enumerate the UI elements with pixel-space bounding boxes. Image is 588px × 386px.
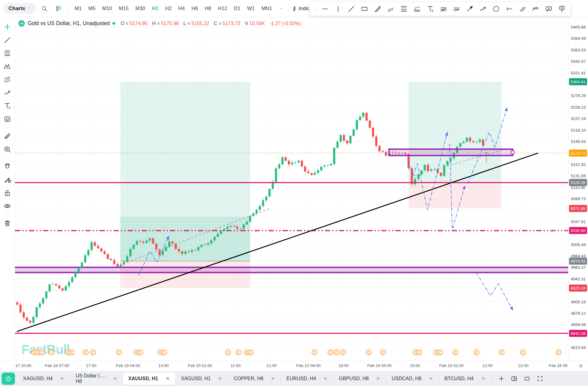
time-tick-label: 17:00 [74, 363, 108, 368]
chart-tab-eurusd[interactable]: EURUSD, H4✕ [281, 373, 334, 385]
horizontal-line-tool-button[interactable] [318, 3, 331, 15]
candle-up [359, 115, 361, 121]
price-chart-canvas[interactable]: CCCCCCCCCCCCCCCCCCCCCCCCCCCCCCCC [15, 17, 568, 361]
charts-menu-button[interactable]: Charts [4, 3, 36, 14]
crosshair-plus-tool-button[interactable] [1, 20, 13, 33]
tab-close-button[interactable]: ✕ [164, 375, 171, 382]
price-tick-label: 5195.04 [571, 139, 586, 144]
news-event-glyph: C [85, 350, 87, 354]
tab-close-button[interactable]: ✕ [375, 375, 382, 382]
candle-up [36, 307, 38, 319]
symbol-title[interactable]: Gold vs US Dollar, H1, Unadjusted [28, 20, 110, 27]
rectangle-tool-button[interactable] [358, 3, 371, 15]
brush-tool-button[interactable] [371, 3, 384, 15]
timeframe-button-h6[interactable]: H6 [189, 4, 201, 13]
elliott-wave-tool-button[interactable] [529, 3, 542, 15]
tab-close-button[interactable]: ✕ [111, 375, 119, 382]
price-axis[interactable]: 5405.665384.595363.535342.475321.415279.… [568, 17, 588, 361]
text-tool-tool-button[interactable] [1, 99, 13, 112]
new-chart-button[interactable] [496, 373, 507, 384]
parallel-lines-icon [518, 5, 526, 13]
arrow-marker-tool-button[interactable] [463, 3, 476, 15]
timeframe-button-h4[interactable]: H4 [175, 4, 187, 13]
ruler-tool-button[interactable] [1, 129, 13, 143]
timeframe-button-d1[interactable]: D1 [231, 4, 243, 13]
timeframe-button-m15[interactable]: M15 [116, 4, 131, 13]
chart-tab-usdcad[interactable]: USDCAD, H8✕ [386, 373, 439, 385]
charts-menu-label: Charts [9, 6, 25, 12]
search-button[interactable] [39, 3, 50, 14]
news-event-glyph: C [557, 350, 560, 354]
chart-tab-xauusd[interactable]: XAUUSD, H1✕ [123, 373, 175, 385]
chart-tab-xagusd[interactable]: XAGUSD, H4✕ [17, 373, 70, 385]
tab-close-button[interactable]: ✕ [427, 375, 434, 382]
parallel-channel-tool-button[interactable] [1, 73, 13, 86]
chart-tab-gbpusd[interactable]: GBPUSD, H8✕ [334, 373, 386, 385]
pattern-lines-tool-button[interactable] [437, 3, 450, 15]
zoom-in-tool-button[interactable] [1, 143, 13, 156]
timeframe-button-m30[interactable]: M30 [133, 4, 148, 13]
chart-tab-copper[interactable]: COPPER, H6✕ [228, 373, 281, 385]
chart-tab-us-dollar-i-[interactable]: US Dollar I... , H8✕ [70, 373, 123, 385]
fib-curve-tool-button[interactable] [410, 3, 424, 15]
fullscreen-button[interactable] [534, 373, 545, 384]
chart-tab-xagusd[interactable]: XAGUSD, H1✕ [175, 373, 228, 385]
text-tool-tool-button[interactable] [424, 3, 437, 15]
timeframe-button-m1[interactable]: M1 [72, 4, 85, 13]
price-label-tool-button[interactable]: $ [542, 3, 555, 15]
layout-split-button[interactable] [509, 373, 520, 384]
parallel-dashed-tool-button[interactable] [384, 3, 397, 15]
brush-lock-tool-button[interactable] [1, 173, 13, 186]
time-tick-label: 17 20:00 [6, 363, 40, 368]
ohlc-readout: O =5174.95 H =5175.96 L =5155.22 C =5173… [120, 21, 301, 26]
horizontal-ray-tool-button[interactable] [503, 3, 516, 15]
timeframe-button-mn1[interactable]: MN1 [259, 4, 275, 13]
price-note-tool-button[interactable]: $ [555, 3, 568, 15]
tab-close-button[interactable]: ✕ [322, 375, 329, 382]
emoji-tool-button[interactable] [1, 112, 13, 126]
drawing-tools-sidebar [0, 17, 15, 361]
chart-type-button[interactable] [53, 3, 64, 14]
news-event-glyph: C [522, 350, 524, 354]
tab-close-button[interactable]: ✕ [480, 375, 487, 382]
candle-down [107, 254, 109, 260]
timeframe-button-h2[interactable]: H2 [162, 4, 174, 13]
tab-close-button[interactable]: ✕ [269, 375, 276, 382]
news-event-glyph: C [475, 350, 478, 354]
news-event-glyph: C [118, 350, 120, 354]
vertical-line-tool-button[interactable] [331, 3, 345, 15]
xabcd-pattern-tool-button[interactable] [1, 60, 13, 73]
toolbar-drag-handle[interactable] [312, 3, 318, 15]
fib-retracement-tool-button[interactable] [1, 47, 13, 60]
timeframe-button-m10[interactable]: M10 [100, 4, 115, 13]
timeframe-button-h8[interactable]: H8 [202, 4, 214, 13]
timeframe-button-w1[interactable]: W1 [244, 4, 258, 13]
timeframe-button-h1[interactable]: H1 [149, 4, 161, 13]
trend-line-icon [347, 5, 355, 13]
zigzag-arrow-icon [3, 89, 11, 97]
tab-close-button[interactable]: ✕ [217, 375, 224, 382]
axis-settings-button[interactable] [578, 363, 584, 370]
timeframe-button-m5[interactable]: M5 [86, 4, 98, 13]
favorites-button[interactable] [2, 373, 15, 385]
pattern-slope-tool-button[interactable] [450, 3, 463, 15]
trend-line-tool-button[interactable] [345, 3, 358, 15]
fib-retracement-tool-button[interactable] [397, 3, 410, 15]
eye-tool-button[interactable] [1, 199, 13, 212]
candlestick-icon [55, 5, 62, 12]
ellipse-tool-button[interactable] [489, 3, 503, 15]
timeframe-button-h12[interactable]: H12 [215, 4, 230, 13]
trash-tool-button[interactable] [1, 216, 13, 230]
time-axis[interactable]: 17 20:00Feb 18 07:0017:00Feb 19 04:0014:… [0, 361, 588, 371]
magnet-tool-button[interactable] [1, 160, 13, 173]
chart-tab-btcusd[interactable]: BTCUSD, H4✕ [439, 373, 492, 385]
zigzag-arrow-tool-button[interactable] [476, 3, 489, 15]
zigzag-arrow-tool-button[interactable] [1, 86, 13, 99]
lock-open-tool-button[interactable] [1, 186, 13, 199]
parallel-lines-tool-button[interactable] [516, 3, 529, 15]
timeframe-more-button[interactable] [277, 3, 285, 14]
single-layout-button[interactable] [522, 373, 533, 384]
trend-line-tool-button[interactable] [1, 33, 13, 47]
tab-close-button[interactable]: ✕ [58, 375, 66, 382]
low-label: L = [183, 21, 190, 26]
